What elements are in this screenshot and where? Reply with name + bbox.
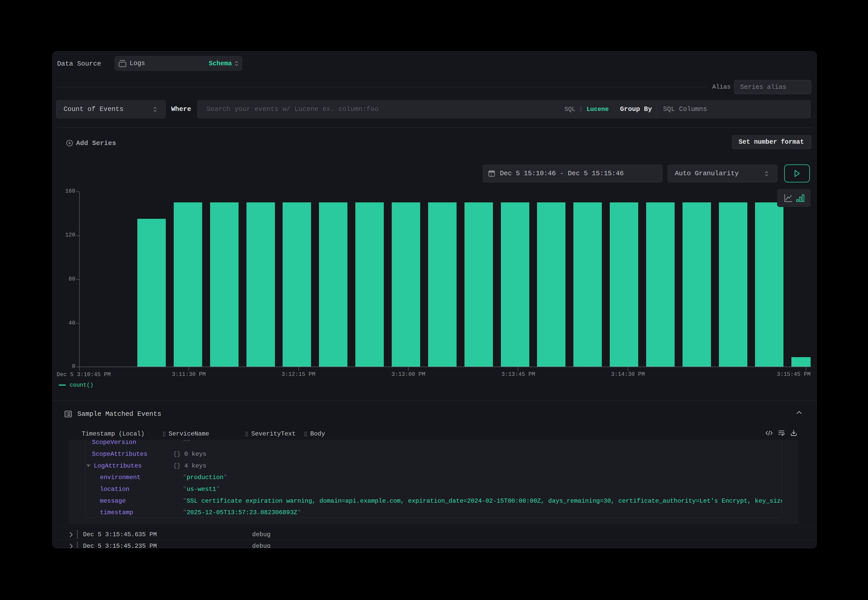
svg-text:1: 1 (490, 173, 492, 177)
